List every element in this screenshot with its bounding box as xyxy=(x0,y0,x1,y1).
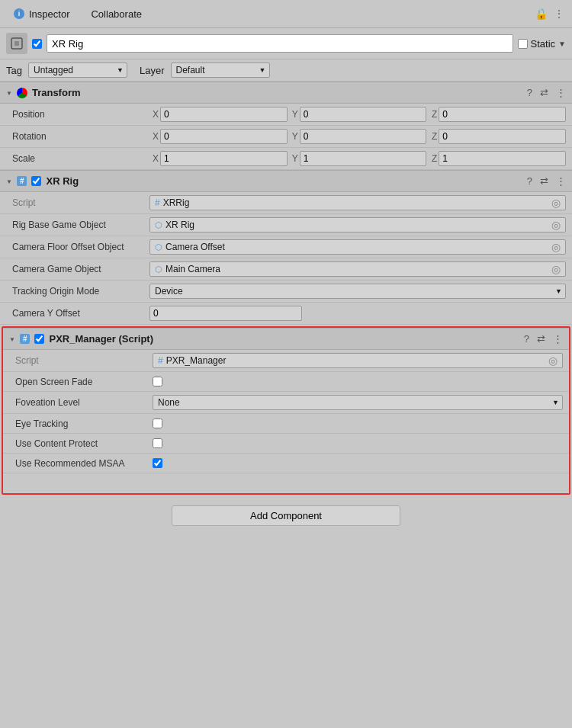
tag-dropdown-arrow: ▼ xyxy=(117,66,124,74)
position-z-input[interactable] xyxy=(439,107,566,122)
object-active-checkbox[interactable] xyxy=(32,39,42,49)
transform-more-icon[interactable]: ⋮ xyxy=(556,87,566,98)
xr-rig-script-name: XRRig xyxy=(163,197,190,208)
transform-section-header[interactable]: Transform ? ⇄ ⋮ xyxy=(0,82,572,104)
rotation-value: X Y Z xyxy=(149,129,566,144)
position-x-input[interactable] xyxy=(160,107,288,122)
tag-value: Untagged xyxy=(34,65,73,75)
tracking-dropdown[interactable]: Device ▼ xyxy=(149,284,566,299)
add-component-row: Add Component xyxy=(0,496,572,535)
xr-rig-help-icon[interactable]: ? xyxy=(527,175,532,187)
add-component-button[interactable]: Add Component xyxy=(172,505,400,526)
position-y-label: Y xyxy=(289,109,298,120)
xr-rig-script-value: # XRRig ◎ xyxy=(149,195,566,210)
pxr-script-value: # PXR_Manager ◎ xyxy=(153,353,563,368)
camera-game-field[interactable]: ⬡ Main Camera ◎ xyxy=(149,261,566,277)
rotation-x-field: X xyxy=(149,129,288,144)
use-recommended-msaa-checkbox[interactable] xyxy=(153,458,162,468)
more-options-icon[interactable]: ⋮ xyxy=(554,8,564,20)
xr-rig-script-target-icon[interactable]: ◎ xyxy=(551,197,561,209)
camera-floor-field[interactable]: ⬡ Camera Offset ◎ xyxy=(149,239,566,255)
layer-dropdown[interactable]: Default ▼ xyxy=(171,63,270,78)
object-type-icon xyxy=(6,33,27,54)
static-label: Static xyxy=(531,38,556,50)
use-content-protect-checkbox[interactable] xyxy=(153,438,162,448)
xr-rig-more-icon[interactable]: ⋮ xyxy=(556,175,566,187)
pxr-manager-section-icons: ? ⇄ ⋮ xyxy=(524,333,563,345)
pxr-script-label: Script xyxy=(15,355,153,366)
pxr-manager-settings-icon[interactable]: ⇄ xyxy=(537,333,545,345)
position-xyz: X Y Z xyxy=(149,107,566,122)
camera-y-value xyxy=(149,306,566,321)
pxr-manager-help-icon[interactable]: ? xyxy=(524,333,529,345)
layer-value: Default xyxy=(176,65,205,75)
tag-dropdown[interactable]: Untagged ▼ xyxy=(28,63,127,78)
pxr-padding-row xyxy=(3,473,569,493)
layer-dropdown-arrow: ▼ xyxy=(259,66,266,74)
foveation-row: Foveation Level None ▼ xyxy=(3,392,569,414)
camera-game-name: Main Camera xyxy=(165,264,220,274)
xr-rig-script-field[interactable]: # XRRig ◎ xyxy=(149,195,566,210)
script-hash-icon: # xyxy=(155,197,160,208)
use-recommended-msaa-label: Use Recommended MSAA xyxy=(15,458,153,469)
scale-y-input[interactable] xyxy=(300,151,427,166)
open-screen-fade-value xyxy=(153,377,563,386)
scale-xyz: X Y Z xyxy=(149,151,566,166)
xr-rig-active-checkbox[interactable] xyxy=(31,176,41,186)
position-label: Position xyxy=(12,109,149,120)
static-checkbox[interactable] xyxy=(518,39,528,49)
pxr-manager-section-header[interactable]: # PXR_Manager (Script) ? ⇄ ⋮ xyxy=(3,328,569,350)
bottom-padding xyxy=(0,535,572,550)
open-screen-fade-label: Open Screen Fade xyxy=(15,377,153,387)
pxr-script-target-icon[interactable]: ◎ xyxy=(548,354,558,367)
camera-game-target-icon[interactable]: ◎ xyxy=(551,263,561,275)
scale-x-field: X xyxy=(149,151,288,166)
rotation-y-input[interactable] xyxy=(300,129,427,144)
transform-collapse-arrow xyxy=(6,88,12,97)
xr-rig-section-header[interactable]: # XR Rig ? ⇄ ⋮ xyxy=(0,170,572,192)
position-y-input[interactable] xyxy=(300,107,427,122)
scale-z-input[interactable] xyxy=(439,151,566,166)
rotation-z-label: Z xyxy=(428,131,437,142)
scale-x-input[interactable] xyxy=(160,151,288,166)
use-recommended-msaa-value xyxy=(153,458,563,468)
camera-y-input[interactable] xyxy=(149,306,302,321)
object-name-input[interactable] xyxy=(47,34,513,53)
tab-collaborate[interactable]: Collaborate xyxy=(80,4,153,24)
camera-floor-target-icon[interactable]: ◎ xyxy=(551,241,561,253)
use-content-protect-row: Use Content Protect xyxy=(3,434,569,454)
use-recommended-msaa-row: Use Recommended MSAA xyxy=(3,454,569,473)
tag-label: Tag xyxy=(6,65,22,76)
rotation-x-input[interactable] xyxy=(160,129,288,144)
transform-color-icon xyxy=(17,88,27,98)
static-dropdown-arrow[interactable]: ▼ xyxy=(558,40,566,48)
transform-section-icons: ? ⇄ ⋮ xyxy=(527,87,566,98)
tab-inspector[interactable]: i Inspector xyxy=(3,4,80,24)
scale-z-field: Z xyxy=(428,151,566,166)
eye-tracking-checkbox[interactable] xyxy=(153,419,162,428)
layer-label: Layer xyxy=(140,65,165,76)
foveation-value: None ▼ xyxy=(153,395,563,410)
scale-value: X Y Z xyxy=(149,151,566,166)
rig-base-field[interactable]: ⬡ XR Rig ◎ xyxy=(149,217,566,233)
transform-settings-icon[interactable]: ⇄ xyxy=(540,87,548,98)
eye-tracking-label: Eye Tracking xyxy=(15,419,153,429)
tab-bar-actions: 🔒 ⋮ xyxy=(535,8,569,20)
pxr-manager-more-icon[interactable]: ⋮ xyxy=(553,333,563,345)
camera-game-icon: ⬡ xyxy=(155,265,162,274)
pxr-script-field[interactable]: # PXR_Manager ◎ xyxy=(153,353,563,368)
eye-tracking-row: Eye Tracking xyxy=(3,414,569,434)
rig-base-label: Rig Base Game Object xyxy=(12,220,149,230)
tab-inspector-label: Inspector xyxy=(29,8,69,20)
foveation-dropdown[interactable]: None ▼ xyxy=(153,395,563,410)
pxr-manager-title: PXR_Manager (Script) xyxy=(49,333,519,345)
open-screen-fade-checkbox[interactable] xyxy=(153,377,162,386)
xr-rig-settings-icon[interactable]: ⇄ xyxy=(540,175,548,187)
rotation-z-input[interactable] xyxy=(439,129,566,144)
lock-icon[interactable]: 🔒 xyxy=(535,8,548,20)
xr-rig-properties: Script # XRRig ◎ Rig Base Game Object ⬡ … xyxy=(0,192,572,325)
pxr-manager-active-checkbox[interactable] xyxy=(34,334,44,344)
rig-base-target-icon[interactable]: ◎ xyxy=(551,219,561,231)
use-content-protect-value xyxy=(153,438,563,448)
transform-help-icon[interactable]: ? xyxy=(527,87,532,98)
